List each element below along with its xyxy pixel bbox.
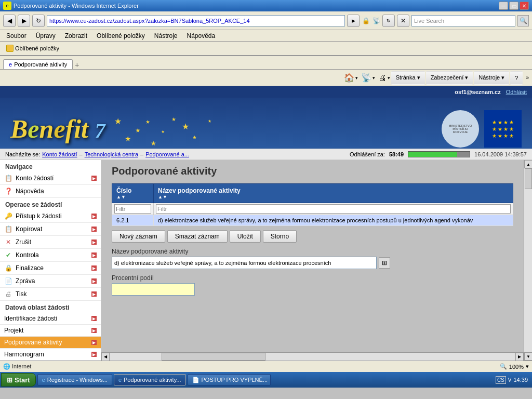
home-arrow-icon[interactable]: ▾ bbox=[355, 75, 358, 81]
sidebar-label-kopirovat: Kopírovat bbox=[16, 225, 42, 233]
sidebar-arrow-finalizace: ▶ bbox=[91, 265, 97, 271]
print-arrow-icon[interactable]: ▾ bbox=[388, 75, 390, 81]
action-buttons: Nový záznam Smazat záznam Uložit Storno bbox=[112, 230, 513, 243]
breadcrumb-link-2[interactable]: Podporované a... bbox=[145, 151, 189, 157]
sidebar-item-tisk[interactable]: 🖨 Tisk ▶ bbox=[0, 288, 101, 301]
sort-arrows-cislo[interactable]: ▲▼ bbox=[116, 194, 149, 200]
vertical-scrollbar[interactable]: ▲ ▼ bbox=[524, 160, 532, 361]
sidebar-label-tisk: Tisk bbox=[16, 290, 27, 298]
mmr-logo: MINISTERSTVOMÍSTNÍHOROZVOJE bbox=[442, 110, 479, 148]
hscroll-left-button[interactable]: ◀ bbox=[101, 353, 110, 361]
url-field[interactable]: https://www.eu-zadost.cz/zadost.aspx?zal… bbox=[47, 15, 345, 26]
favorites-label: Oblíbené položky bbox=[15, 45, 59, 51]
search-box[interactable]: Live Search bbox=[411, 15, 515, 26]
toolbar-extra-icon[interactable]: » bbox=[526, 75, 529, 81]
horizontal-scrollbar[interactable]: ◀ ▶ bbox=[101, 352, 524, 361]
menu-napoveda[interactable]: Nápověda bbox=[183, 31, 220, 41]
hscroll-thumb[interactable] bbox=[162, 353, 265, 361]
form-percent-input[interactable] bbox=[112, 283, 195, 296]
sidebar-item-harmonogram[interactable]: Harmonogram ▶ bbox=[0, 349, 101, 361]
sidebar-item-identifikace[interactable]: Identifikace žádosti ▶ bbox=[0, 313, 101, 325]
table-row[interactable]: 6.2.1 d) elektronizace služeb veřejné sp… bbox=[112, 215, 513, 226]
restore-button[interactable]: ▭ bbox=[509, 2, 518, 10]
breadcrumb-link-0[interactable]: Konto žádostí bbox=[42, 151, 77, 157]
sidebar-item-kopirovat[interactable]: 📋 Kopírovat ▶ bbox=[0, 223, 101, 236]
rss-toolbar-icon[interactable]: 📡 bbox=[361, 73, 371, 83]
delete-record-button[interactable]: Smazat záznam bbox=[167, 230, 228, 243]
form-name-input[interactable] bbox=[112, 257, 377, 269]
vscroll-thumb[interactable] bbox=[525, 168, 532, 189]
go-button[interactable]: ▶ bbox=[347, 15, 360, 27]
sidebar-arrow-kontrola: ▶ bbox=[91, 252, 97, 258]
close-button[interactable]: ✕ bbox=[520, 2, 529, 10]
active-tab[interactable]: e Podporované aktivity bbox=[3, 59, 73, 69]
menu-oblibene[interactable]: Oblíbené položky bbox=[92, 31, 149, 41]
refresh-button[interactable]: ↻ bbox=[32, 15, 45, 27]
star-decoration6: ★ bbox=[161, 129, 165, 134]
help-button[interactable]: ? bbox=[510, 71, 523, 85]
star-decoration7: ★ bbox=[151, 140, 156, 147]
filter-cislo-input[interactable] bbox=[114, 204, 151, 214]
zoom-icon: 🔍 bbox=[500, 363, 507, 370]
search-placeholder: Live Search bbox=[414, 18, 444, 24]
menu-upravy[interactable]: Úpravy bbox=[32, 31, 60, 41]
taskbar-item-postup[interactable]: 📄 POSTUP PRO VYPLNĚ... bbox=[188, 374, 271, 385]
zoom-arrow[interactable]: ▾ bbox=[526, 363, 529, 370]
stop-button[interactable]: ✕ bbox=[397, 15, 409, 27]
sidebar-item-finalizace[interactable]: 🔒 Finalizace ▶ bbox=[0, 262, 101, 275]
benefit-logo: Benefit 7 ★ ★ ★ ★ ★ ★ ★ ★ ★ ★ bbox=[10, 114, 105, 144]
sidebar-item-konto[interactable]: 📋 Konto žádostí ▶ bbox=[0, 172, 101, 185]
filter-nazev-input[interactable] bbox=[156, 204, 511, 214]
search-button[interactable]: 🔍 bbox=[517, 15, 529, 26]
page-title: Podporované aktivity bbox=[112, 165, 513, 177]
sidebar-data-title: Datová oblast žádosti bbox=[0, 301, 101, 313]
sidebar-item-kontrola[interactable]: ✔ Kontrola ▶ bbox=[0, 249, 101, 262]
vscroll-up-button[interactable]: ▲ bbox=[524, 160, 532, 168]
vscroll-down-button[interactable]: ▼ bbox=[524, 352, 532, 361]
vscroll-track[interactable] bbox=[524, 168, 532, 352]
menu-soubor[interactable]: Soubor bbox=[2, 31, 31, 41]
new-record-button[interactable]: Nový záznam bbox=[112, 230, 165, 243]
save-button[interactable]: Uložit bbox=[230, 230, 261, 243]
taskbar-item-registrace[interactable]: e Registrace - Windows... bbox=[37, 374, 112, 385]
nastroje-button[interactable]: Nástroje ▾ bbox=[474, 71, 509, 85]
rss-arrow-icon[interactable]: ▾ bbox=[373, 75, 375, 81]
menu-nastroje[interactable]: Nástroje bbox=[150, 31, 182, 41]
print-icon[interactable]: 🖨 bbox=[378, 73, 387, 83]
back-button[interactable]: ◀ bbox=[3, 15, 16, 27]
hscroll-right-button[interactable]: ▶ bbox=[515, 353, 524, 361]
sidebar-item-napoveda[interactable]: ❓ Nápověda bbox=[0, 185, 101, 198]
taskbar-item-podporovane[interactable]: e Podporované aktivity... bbox=[114, 374, 186, 385]
sidebar-item-zrusit[interactable]: ✕ Zrušit ▶ bbox=[0, 236, 101, 249]
sort-arrows-nazev[interactable]: ▲▼ bbox=[158, 194, 509, 200]
favorites-link[interactable]: Oblíbené položky bbox=[3, 44, 62, 53]
new-tab-button[interactable]: + bbox=[75, 61, 79, 69]
sidebar-item-projekt[interactable]: Projekt ▶ bbox=[0, 325, 101, 337]
refresh2-button[interactable]: ↻ bbox=[382, 15, 395, 27]
start-button[interactable]: ⊞ Start bbox=[1, 373, 36, 387]
zabezpeceni-button[interactable]: Zabezpečení ▾ bbox=[426, 71, 473, 85]
status-right: 🔍 100% ▾ bbox=[500, 363, 529, 370]
form-section: Název podporované aktivity ⊞ Procentní p… bbox=[112, 248, 513, 296]
session-time: 58:49 bbox=[389, 151, 404, 157]
forward-button[interactable]: ▶ bbox=[18, 15, 30, 27]
hscroll-track[interactable] bbox=[110, 353, 515, 361]
menu-zobrazit[interactable]: Zobrazit bbox=[61, 31, 91, 41]
sidebar-item-podporovane[interactable]: Podporované aktivity ▶ bbox=[0, 337, 101, 349]
sidebar-item-pristup[interactable]: 🔑 Přístup k žádosti ▶ bbox=[0, 210, 101, 223]
breadcrumb-link-1[interactable]: Technologická centra bbox=[85, 151, 138, 157]
star-decoration5: ★ bbox=[171, 116, 176, 122]
kontrola-icon: ✔ bbox=[4, 251, 12, 259]
cancel-button[interactable]: Storno bbox=[263, 230, 297, 243]
stránka-button[interactable]: Stránka ▾ bbox=[391, 71, 425, 85]
zprava-icon: 📄 bbox=[4, 277, 12, 285]
logout-link[interactable]: Odhlásit bbox=[506, 89, 527, 95]
home-icon[interactable]: 🏠 bbox=[344, 73, 354, 83]
calculator-button[interactable]: ⊞ bbox=[379, 257, 390, 269]
sidebar-label-zprava: Zpráva bbox=[16, 277, 35, 285]
star-decoration2: ★ bbox=[135, 127, 141, 134]
url-text: https://www.eu-zadost.cz/zadost.aspx?zal… bbox=[49, 18, 250, 24]
session-label: Odhlášení za: bbox=[350, 151, 385, 157]
sidebar-item-zprava[interactable]: 📄 Zpráva ▶ bbox=[0, 275, 101, 288]
minimize-button[interactable]: ─ bbox=[499, 2, 508, 10]
